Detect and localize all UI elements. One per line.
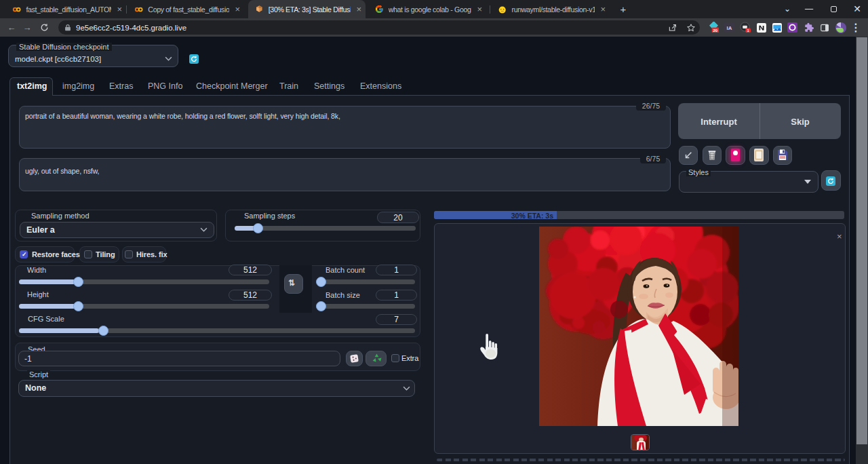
svg-text:IA: IA — [726, 25, 732, 31]
svg-text:20: 20 — [713, 28, 717, 33]
svg-text:1: 1 — [747, 28, 749, 33]
